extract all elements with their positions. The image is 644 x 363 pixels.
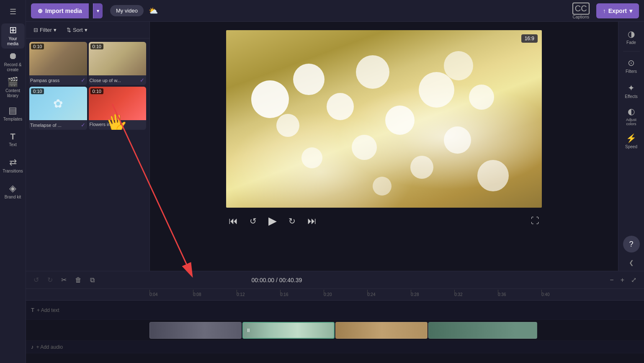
clip-flowers-dark[interactable]	[149, 322, 242, 339]
flower-6	[385, 106, 415, 135]
zoom-in-button[interactable]: +	[618, 275, 627, 286]
clip-pampas[interactable]	[335, 322, 428, 339]
skip-forward-button[interactable]: ⏭	[305, 213, 319, 229]
media-item-pampas[interactable]: 0:10 Pampas grass ✓	[29, 42, 87, 85]
ruler-3: 0:16	[280, 292, 324, 297]
clip-last[interactable]	[428, 322, 537, 339]
captions-icon: CC	[572, 3, 590, 15]
media-duration-flowers: 0:10	[90, 88, 103, 94]
rp-item-effects[interactable]: ✦ Effects	[620, 79, 643, 103]
rp-item-fade[interactable]: ◑ Fade	[620, 25, 643, 49]
media-item-timelapse[interactable]: 0:10 Timelapse of ... ✓	[29, 87, 87, 130]
video-container: 16:9 ⏮ ↺ ▶ ↻ ⏭ ⛶	[226, 30, 542, 230]
sidebar-item-your-media[interactable]: ⊞ Your media	[1, 23, 25, 49]
left-sidebar: ☰ ⊞ Your media ⏺ Record &create 🎬 Conten…	[0, 0, 26, 363]
flower-8	[301, 147, 322, 168]
import-icon: ⊕	[38, 8, 43, 14]
your-media-icon: ⊞	[9, 26, 17, 35]
media-grid: 0:10 Pampas grass ✓ 0:10 Close up of w..…	[26, 39, 149, 133]
sidebar-item-record[interactable]: ⏺ Record &create	[1, 49, 25, 75]
sidebar-item-brand-kit[interactable]: ◈ Brand kit	[1, 179, 25, 204]
transitions-icon: ⇄	[9, 158, 17, 167]
add-text-button[interactable]: + Add text	[37, 307, 59, 313]
top-bar-right: CC Captions ↑ Export ▾	[569, 1, 639, 21]
ruler-marks: 0:04 0:08 0:12 0:16 0:20 0:24 0:28 0:32 …	[149, 292, 575, 297]
media-item-flowers[interactable]: 0:10 Flowers in me... 🖐	[89, 87, 147, 130]
import-dropdown-button[interactable]: ▾	[93, 3, 103, 18]
rp-item-filters[interactable]: ⊙ Filters	[620, 54, 643, 77]
help-button[interactable]: ?	[623, 236, 640, 252]
clip-white-flowers[interactable]: ⏸	[242, 322, 335, 339]
speed-label: Speed	[625, 144, 637, 149]
flower-12	[373, 177, 392, 196]
delete-button[interactable]: 🗑	[72, 275, 84, 286]
media-check-timelapse: ✓	[81, 122, 85, 128]
effects-label: Effects	[625, 94, 637, 99]
tab-my-video[interactable]: My video	[110, 5, 144, 16]
zoom-out-button[interactable]: −	[607, 275, 616, 286]
content-library-icon: 🎬	[7, 77, 18, 87]
sort-chevron-icon: ▾	[85, 27, 88, 33]
rewind-button[interactable]: ↺	[247, 214, 259, 229]
forward-button[interactable]: ↻	[286, 214, 298, 229]
timeline-ruler: 0:04 0:08 0:12 0:16 0:20 0:24 0:28 0:32 …	[26, 289, 644, 301]
fullscreen-button[interactable]: ⛶	[528, 214, 542, 228]
duplicate-button[interactable]: ⧉	[88, 275, 97, 286]
media-label-pampas: Pampas grass ✓	[29, 75, 87, 85]
play-button[interactable]: ▶	[266, 212, 279, 230]
skip-back-button[interactable]: ⏮	[226, 213, 240, 229]
flower-4	[356, 55, 389, 89]
media-item-closeup[interactable]: 0:10 Close up of w... ✓	[89, 42, 147, 85]
text-track-label: T + Add text	[26, 307, 149, 313]
flower-10	[444, 126, 471, 154]
sort-button[interactable]: ⇅ Sort ▾	[63, 25, 91, 35]
templates-icon: ▤	[8, 106, 17, 115]
sidebar-item-transitions[interactable]: ⇄ Transitions	[1, 153, 25, 178]
ruler-7: 0:32	[454, 292, 498, 297]
timeline-area: ↺ ↻ ✂ 🗑 ⧉ 00:00.00 / 00:40.39 − + ⤢ 0:04…	[26, 271, 644, 363]
filter-icon: ⊟	[33, 27, 38, 33]
flowers-overlay	[226, 30, 542, 208]
rp-item-speed[interactable]: ⚡ Speed	[620, 129, 643, 153]
media-toolbar: ⊟ Filter ▾ ⇅ Sort ▾	[26, 22, 149, 39]
right-panel: ◑ Fade ⊙ Filters ✦ Effects ◐ Adjustcolor…	[618, 22, 644, 271]
export-button[interactable]: ↑ Export ▾	[596, 3, 639, 18]
undo-button[interactable]: ↺	[31, 274, 41, 286]
expand-timeline-button[interactable]: ⤢	[629, 274, 639, 286]
menu-icon[interactable]: ☰	[1, 3, 25, 20]
sidebar-item-templates[interactable]: ▤ Templates	[1, 101, 25, 126]
text-track-content	[149, 301, 644, 319]
audio-track-label: ♪ + Add audio	[26, 344, 149, 350]
tab-cloud-icon[interactable]: ⛅	[147, 5, 160, 17]
ruler-6: 0:28	[411, 292, 454, 297]
text-track-row: T + Add text	[26, 301, 644, 320]
ruler-9: 0:40	[541, 292, 575, 297]
filters-label: Filters	[626, 69, 637, 74]
media-label-closeup: Close up of w... ✓	[89, 75, 147, 85]
text-track-icon: T	[31, 307, 34, 313]
export-label: Export	[608, 8, 627, 14]
aspect-ratio-badge: 16:9	[521, 34, 538, 43]
export-arrow-icon: ▾	[629, 8, 632, 14]
sidebar-label-templates: Templates	[3, 117, 23, 122]
audio-icon: ♪	[31, 344, 34, 350]
sidebar-item-content-library[interactable]: 🎬 Contentlibrary	[1, 75, 25, 100]
filter-button[interactable]: ⊟ Filter ▾	[30, 25, 60, 35]
add-audio-button[interactable]: + Add audio	[36, 344, 63, 350]
rp-item-adjust-colors[interactable]: ◐ Adjustcolors	[620, 104, 643, 128]
media-check-closeup: ✓	[140, 77, 144, 83]
ruler-5: 0:24	[367, 292, 411, 297]
zoom-controls: − + ⤢	[607, 274, 639, 286]
captions-button[interactable]: CC Captions	[569, 1, 593, 21]
media-check-pampas: ✓	[81, 77, 85, 83]
timeline-toolbar: ↺ ↻ ✂ 🗑 ⧉ 00:00.00 / 00:40.39 − + ⤢	[26, 271, 644, 289]
video-track-content: ⏸	[149, 320, 644, 340]
media-duration-pampas: 0:10	[31, 44, 44, 49]
sidebar-item-text[interactable]: T Text	[1, 127, 25, 152]
import-media-button[interactable]: ⊕ Import media	[31, 3, 89, 18]
workspace: ⊟ Filter ▾ ⇅ Sort ▾ 0:10 Pampas grass	[26, 22, 644, 271]
flower-9	[419, 72, 454, 108]
redo-button[interactable]: ↻	[45, 274, 55, 286]
cut-button[interactable]: ✂	[59, 274, 69, 286]
collapse-button[interactable]: ❮	[627, 257, 636, 268]
